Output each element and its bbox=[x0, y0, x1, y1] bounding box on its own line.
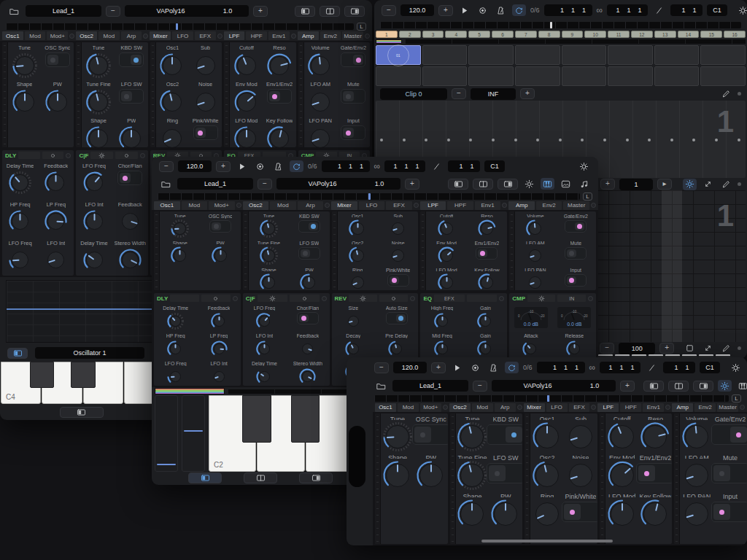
increment-clip-length-button[interactable]: + bbox=[520, 88, 535, 99]
previous-preset-button[interactable]: − bbox=[106, 6, 120, 17]
fx-tab[interactable] bbox=[258, 295, 287, 302]
fx-tab[interactable] bbox=[527, 295, 556, 302]
clip-cell[interactable] bbox=[654, 45, 700, 65]
tab-Env1[interactable]: Env1 bbox=[268, 31, 290, 40]
clip-cell[interactable] bbox=[422, 45, 468, 65]
knob-Gain[interactable] bbox=[476, 340, 495, 358]
knob-Reso[interactable] bbox=[640, 421, 670, 452]
lane-edit-button[interactable] bbox=[719, 343, 733, 354]
automation-point[interactable] bbox=[715, 139, 718, 141]
bpm-display[interactable]: 120.0 bbox=[400, 4, 434, 16]
knob-LFO PAN[interactable] bbox=[307, 125, 333, 147]
knob-PW[interactable] bbox=[416, 460, 446, 491]
tab-Mixer[interactable]: Mixer bbox=[150, 31, 171, 40]
home-indicator[interactable] bbox=[481, 540, 613, 542]
toggle-KBD SW[interactable] bbox=[119, 52, 144, 67]
bar-display[interactable]: 11 bbox=[663, 362, 695, 373]
tab-LFO[interactable]: LFO bbox=[172, 31, 193, 40]
bpm-display[interactable]: 120.0 bbox=[393, 362, 427, 373]
mod-wheel-slider[interactable] bbox=[6, 23, 354, 30]
fx-tab[interactable] bbox=[201, 295, 231, 302]
tab-Env2[interactable]: Env2 bbox=[694, 403, 716, 412]
knob-Sub[interactable] bbox=[388, 219, 408, 238]
knob-Delay Time[interactable] bbox=[166, 312, 185, 330]
knob-Ring[interactable] bbox=[159, 125, 185, 147]
toggle-Input[interactable] bbox=[341, 125, 365, 140]
knob-PW[interactable] bbox=[211, 246, 231, 265]
tab-Mod[interactable]: Mod bbox=[182, 201, 208, 210]
knob-Delay Time[interactable] bbox=[255, 368, 274, 386]
clip-cell[interactable] bbox=[562, 66, 607, 86]
column-fader[interactable] bbox=[76, 42, 82, 147]
knob-Tune[interactable] bbox=[457, 421, 487, 452]
knob-Tune[interactable] bbox=[259, 219, 279, 238]
tab-Mod[interactable]: Mod bbox=[270, 201, 296, 210]
tab-Master[interactable]: Master bbox=[342, 31, 363, 40]
column-fader[interactable] bbox=[450, 413, 456, 544]
lane1-value-display[interactable]: 1 bbox=[619, 179, 653, 190]
knob-Tune[interactable] bbox=[382, 421, 413, 452]
metronome-button[interactable] bbox=[494, 4, 508, 16]
draw-tool-button[interactable] bbox=[652, 4, 666, 16]
step-12[interactable]: 12 bbox=[631, 31, 653, 38]
layout-splitR-button[interactable] bbox=[299, 472, 333, 483]
knob-Shape[interactable] bbox=[170, 246, 190, 265]
automation-point[interactable] bbox=[648, 139, 651, 141]
toggle-OSC Sync[interactable] bbox=[209, 220, 231, 233]
fx-tab[interactable] bbox=[170, 295, 199, 302]
timeline-ruler[interactable] bbox=[380, 22, 741, 28]
knob-Delay Time[interactable] bbox=[82, 248, 107, 272]
decrement-velocity-button[interactable]: − bbox=[600, 343, 614, 354]
brightness-button[interactable] bbox=[718, 380, 732, 392]
layout-splitL-button[interactable] bbox=[295, 6, 315, 17]
knob-Osc1[interactable] bbox=[159, 52, 185, 79]
clip-cell[interactable] bbox=[562, 45, 607, 65]
column-fader[interactable] bbox=[600, 413, 605, 544]
knob-Feedback[interactable] bbox=[298, 340, 317, 358]
toggle-Env1/Env2[interactable] bbox=[267, 89, 292, 104]
knob-LP Freq[interactable] bbox=[44, 209, 68, 233]
toggle-Pink/White[interactable] bbox=[193, 125, 218, 140]
knob-Volume[interactable] bbox=[681, 421, 712, 452]
preset-name-display[interactable]: Lead_1 bbox=[26, 5, 101, 17]
automation-point[interactable] bbox=[581, 139, 584, 141]
step-6[interactable]: 6 bbox=[492, 31, 514, 38]
layout-splitL-button[interactable] bbox=[60, 407, 104, 418]
clip-cell[interactable] bbox=[700, 45, 746, 65]
settings-button[interactable] bbox=[577, 160, 591, 172]
lane-play-button[interactable]: ▸ bbox=[657, 179, 672, 190]
tab-Osc2[interactable]: Osc2 bbox=[449, 403, 471, 412]
automation-point[interactable] bbox=[403, 139, 406, 141]
decrement-bpm-button[interactable]: − bbox=[374, 362, 389, 373]
step-11[interactable]: 11 bbox=[608, 31, 630, 38]
column-fader[interactable] bbox=[674, 413, 680, 544]
knob-Tune[interactable] bbox=[85, 52, 112, 79]
knob-LFO Freq[interactable] bbox=[8, 248, 32, 272]
clip-length-display[interactable]: INF bbox=[471, 88, 516, 100]
tab-Mod[interactable]: Mod bbox=[398, 403, 419, 412]
knob-Noise[interactable] bbox=[388, 246, 408, 265]
toggle-Mute[interactable] bbox=[341, 89, 365, 104]
column-fader[interactable] bbox=[509, 211, 515, 290]
fx-tab[interactable] bbox=[379, 295, 408, 302]
tab-HPF[interactable]: HPF bbox=[447, 201, 473, 210]
step-13[interactable]: 13 bbox=[654, 31, 676, 38]
knob-Gain[interactable] bbox=[476, 312, 495, 330]
tab-Mod[interactable]: Mod bbox=[98, 31, 120, 40]
clip-cell[interactable] bbox=[422, 66, 468, 86]
knob-Feedback[interactable] bbox=[44, 171, 68, 195]
knob-Key Follow[interactable] bbox=[640, 499, 670, 529]
automation-point[interactable] bbox=[469, 139, 472, 141]
metronome-button[interactable] bbox=[487, 362, 500, 373]
brightness-button[interactable] bbox=[522, 178, 536, 190]
toggle-Pink/White[interactable] bbox=[387, 274, 409, 287]
knob-LFO PAN[interactable] bbox=[525, 273, 545, 290]
settings-button[interactable] bbox=[736, 4, 747, 16]
tab-Env1[interactable]: Env1 bbox=[643, 403, 664, 412]
knob-LFO Freq[interactable] bbox=[166, 368, 185, 386]
toggle-Chor/Flan[interactable] bbox=[117, 171, 142, 185]
knob-Shape[interactable] bbox=[259, 273, 279, 290]
toggle-Gate/Env2[interactable] bbox=[565, 220, 587, 233]
pitch-bend-strip[interactable] bbox=[155, 395, 178, 472]
column-fader[interactable] bbox=[298, 42, 304, 147]
